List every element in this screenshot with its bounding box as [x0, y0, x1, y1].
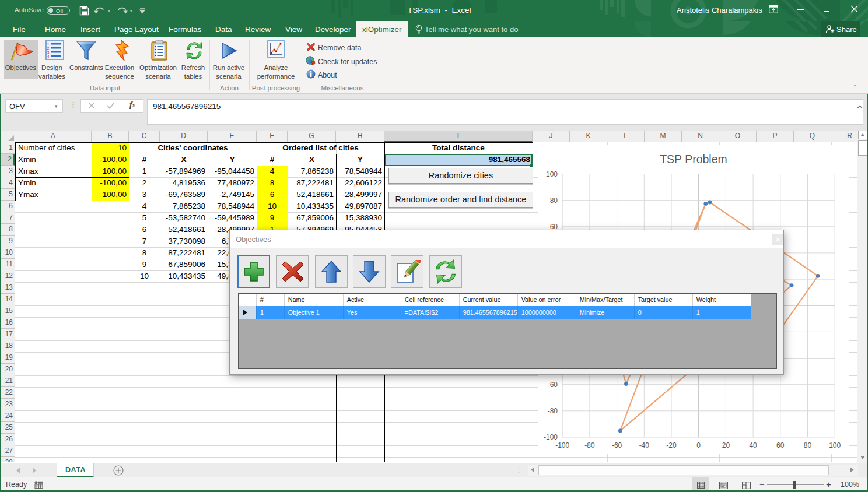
- svg-text:-60: -60: [548, 381, 558, 389]
- svg-text:-100: -100: [555, 441, 569, 449]
- svg-text:40: 40: [749, 441, 757, 449]
- svg-text:100: 100: [546, 170, 558, 178]
- svg-text:0: 0: [696, 441, 701, 449]
- svg-text:80: 80: [804, 441, 812, 449]
- svg-text:-100: -100: [544, 433, 558, 441]
- svg-text:-20: -20: [666, 441, 677, 449]
- svg-text:80: 80: [550, 196, 558, 205]
- svg-text:20: 20: [722, 441, 730, 449]
- svg-text:-40: -40: [639, 441, 650, 449]
- svg-text:-80: -80: [584, 441, 595, 449]
- svg-text:100: 100: [829, 441, 841, 449]
- svg-text:-60: -60: [612, 441, 622, 449]
- svg-text:-80: -80: [548, 407, 558, 415]
- svg-text:60: 60: [776, 441, 785, 449]
- svg-text:TSP Problem: TSP Problem: [660, 153, 727, 166]
